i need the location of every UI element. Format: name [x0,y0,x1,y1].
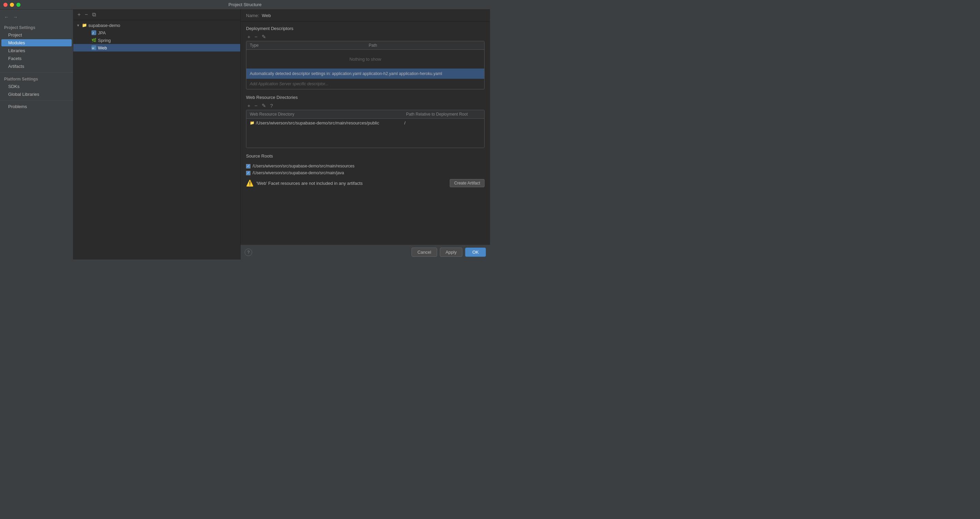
source-root-path-1: /Users/wiverson/src/supabase-demo/src/ma… [253,170,344,175]
detail-header: Name: Web [240,10,490,22]
source-root-item-1: /Users/wiverson/src/supabase-demo/src/ma… [246,170,485,176]
tree-arrow-root: ▼ [76,24,80,27]
sidebar-item-modules[interactable]: Modules [2,39,72,46]
tree-spring-label: Spring [98,38,111,43]
sidebar-item-libraries[interactable]: Libraries [2,47,72,54]
web-module-icon: W [91,45,97,51]
tree-item-jpa[interactable]: J JPA [73,29,240,37]
tree-remove-button[interactable]: − [83,11,89,18]
web-resource-title: Web Resource Directories [246,95,485,100]
bottom-actions: Cancel Apply OK [412,248,486,257]
dep-remove-btn[interactable]: − [253,34,259,40]
web-resource-rel-path: / [404,121,481,125]
source-roots-title: Source Roots [246,154,485,159]
svg-text:W: W [92,47,94,50]
auto-detected-row: Automatically detected descriptor settin… [247,68,484,79]
tree-copy-button[interactable]: ⧉ [91,11,97,18]
sidebar-item-project[interactable]: Project [2,32,72,38]
title-bar: Project Structure [0,0,490,10]
sidebar-nav: ← → [0,12,73,23]
sidebar-divider [0,72,73,73]
web-resource-toolbar: + − ✎ ? [246,103,485,108]
web-resource-row: 📁 /Users/wiverson/src/supabase-demo/src/… [247,119,484,127]
name-value: Web [262,13,271,18]
source-root-checkbox-1[interactable] [246,171,250,175]
sidebar: ← → Project Settings Project Modules Lib… [0,10,73,259]
module-tree: + − ⧉ ▼ 📁 supabase-demo J [73,10,240,259]
tree-item-web[interactable]: W Web [73,44,240,51]
dep-table-header: Type Path [247,41,484,50]
tree-toolbar: + − ⧉ [73,10,240,20]
name-label: Name: [246,13,259,18]
tree-item-root[interactable]: ▼ 📁 supabase-demo [73,22,240,29]
warning-icon: ⚠️ [246,179,253,187]
tree-add-button[interactable]: + [76,11,82,18]
source-root-path-0: /Users/wiverson/src/supabase-demo/src/ma… [253,163,355,168]
tree-item-spring[interactable]: 🌿 Spring [73,37,240,44]
web-remove-btn[interactable]: − [253,103,259,108]
bottom-bar: ? Cancel Apply OK [240,244,490,259]
web-col-path: Path Relative to Deployment Root [402,110,484,118]
cancel-button[interactable]: Cancel [412,248,437,257]
add-descriptor-row[interactable]: Add Application Server specific descript… [247,79,484,89]
project-settings-label: Project Settings [0,23,73,31]
create-artifact-button[interactable]: Create Artifact [450,179,485,187]
tree-root-label: supabase-demo [88,23,120,28]
nav-forward-button[interactable]: → [11,14,19,21]
sidebar-item-artifacts[interactable]: Artifacts [2,63,72,70]
ok-button[interactable]: OK [465,248,486,257]
detail-body: Deployment Descriptors + − ✎ Type Path N… [240,22,490,244]
minimize-button[interactable] [10,3,14,7]
detail-panel: Name: Web Deployment Descriptors + − ✎ T… [240,10,490,259]
web-resource-table: Web Resource Directory Path Relative to … [246,110,485,148]
sidebar-item-facets[interactable]: Facets [2,55,72,62]
source-root-checkbox-0[interactable] [246,164,250,168]
platform-settings-label: Platform Settings [0,75,73,83]
warning-text: 'Web' Facet resources are not included i… [256,181,447,186]
dep-add-btn[interactable]: + [246,34,252,40]
tree-content: ▼ 📁 supabase-demo J JPA [73,20,240,259]
sidebar-item-problems[interactable]: Problems [2,103,72,110]
warning-row: ⚠️ 'Web' Facet resources are not include… [246,176,485,190]
nothing-to-show: Nothing to show [247,50,484,68]
maximize-button[interactable] [16,3,21,7]
help-button[interactable]: ? [245,249,252,256]
web-resource-empty [247,127,484,148]
dep-col-type: Type [247,41,366,49]
folder-icon: 📁 [81,22,87,28]
jpa-module-icon: J [91,30,97,35]
tree-jpa-label: JPA [98,30,106,35]
window-title: Project Structure [229,2,262,7]
sidebar-item-sdks[interactable]: SDKs [2,83,72,90]
web-col-dir: Web Resource Directory [247,110,402,118]
web-resource-header: Web Resource Directory Path Relative to … [247,110,484,119]
nav-back-button[interactable]: ← [3,14,10,21]
deployment-descriptors-table: Type Path Nothing to show Automatically … [246,41,485,89]
web-resource-folder-icon: 📁 [250,121,255,125]
dep-table-body: Nothing to show [247,50,484,68]
traffic-lights [3,3,21,7]
source-root-item-0: /Users/wiverson/src/supabase-demo/src/ma… [246,163,485,170]
web-help-btn[interactable]: ? [269,103,274,108]
web-add-btn[interactable]: + [246,103,252,108]
close-button[interactable] [3,3,8,7]
web-edit-btn[interactable]: ✎ [260,103,267,108]
apply-button[interactable]: Apply [440,248,463,257]
main-layout: ← → Project Settings Project Modules Lib… [0,10,490,259]
deployment-toolbar: + − ✎ [246,34,485,40]
deployment-descriptors-title: Deployment Descriptors [246,26,485,31]
spring-module-icon: 🌿 [91,38,97,43]
dep-edit-btn[interactable]: ✎ [260,34,267,40]
sidebar-item-global-libraries[interactable]: Global Libraries [2,91,72,98]
sidebar-divider-2 [0,100,73,101]
tree-web-label: Web [98,45,107,51]
dep-col-path: Path [366,41,485,49]
web-resource-dir-path: /Users/wiverson/src/supabase-demo/src/ma… [256,121,379,125]
svg-text:J: J [92,32,94,35]
